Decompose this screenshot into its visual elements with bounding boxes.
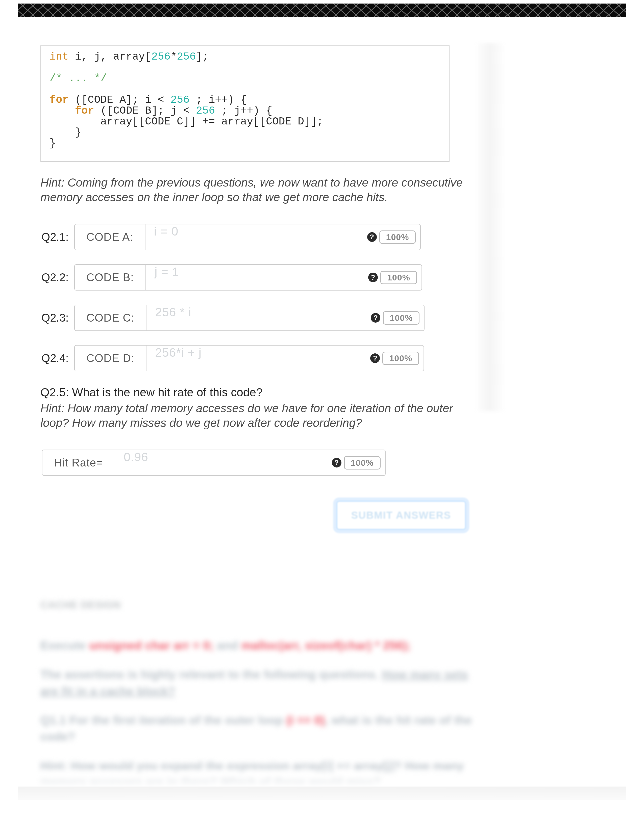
code-outer-close: ; i++) {	[190, 94, 247, 106]
code-star: *	[171, 51, 177, 63]
q22-input[interactable]: j = 1	[146, 265, 364, 290]
code-decl: i, j, array[	[69, 51, 151, 63]
q25-score: 100%	[344, 456, 381, 470]
q23-field: CODE C: 256 * i ? 100%	[74, 305, 425, 331]
q25-hint: Hint: How many total memory accesses do …	[40, 401, 475, 430]
q25-field: Hit Rate= 0.96 ? 100%	[42, 450, 386, 476]
q22-right: ? 100%	[364, 265, 422, 290]
svg-rect-123	[18, 786, 626, 800]
q22-field: CODE B: j = 1 ? 100%	[74, 264, 422, 291]
q24-score: 100%	[382, 352, 419, 365]
q25-row: Hit Rate= 0.96 ? 100%	[40, 450, 475, 476]
preview-line-4: Hint: How would you expand the expressio…	[40, 758, 475, 791]
q25-question: Q2.5: What is the new hit rate of this c…	[40, 386, 475, 399]
q24-field: CODE D: 256*i + j ? 100%	[74, 345, 424, 371]
help-icon[interactable]: ?	[367, 232, 377, 242]
code-for-outer: for	[50, 94, 69, 106]
hint-label: Hint:	[40, 176, 64, 189]
redaction-bar-bottom	[18, 786, 626, 800]
q21-input[interactable]: i = 0	[145, 224, 363, 250]
code-inner-close: ; j++) {	[215, 105, 272, 117]
code-num-256c: 256	[171, 94, 190, 106]
hint-text: Coming from the previous questions, we n…	[40, 176, 463, 204]
q25-input[interactable]: 0.96	[115, 450, 327, 475]
q25-right: ? 100%	[327, 450, 385, 475]
code-for-inner: for	[75, 105, 94, 117]
q25-hint-label: Hint:	[40, 402, 64, 415]
q22-score: 100%	[380, 271, 417, 284]
worksheet-content: int i, j, array[256*256]; /* ... */ for …	[40, 45, 475, 833]
preview-line-3: Q1.1 For the first iteration of the oute…	[40, 712, 475, 745]
submit-row: SUBMIT ANSWERS	[40, 501, 475, 529]
preview-line-1: Execute unsigned char arr = 0; and mallo…	[40, 637, 475, 654]
submit-button[interactable]: SUBMIT ANSWERS	[336, 501, 466, 529]
q24-tag: Q2.4:	[42, 345, 74, 371]
q23-input[interactable]: 256 * i	[147, 305, 366, 330]
q21-field: CODE A: i = 0 ? 100%	[74, 224, 421, 250]
preview-line-5: Hit Rate= 0.67	[40, 803, 475, 820]
code-num-256d: 256	[196, 105, 215, 117]
help-icon[interactable]: ?	[332, 458, 341, 468]
preview-heading: CACHE DESIGN	[40, 598, 475, 612]
q23-right: ? 100%	[366, 305, 424, 330]
q25-label: Hit Rate=	[42, 450, 115, 475]
q21-label: CODE A:	[75, 224, 145, 250]
code-comment: /* ... */	[50, 72, 107, 85]
code-brace-inner: }	[50, 127, 81, 138]
q24-label: CODE D:	[75, 346, 147, 371]
hint-paragraph-1: Hint: Coming from the previous questions…	[40, 175, 475, 205]
q25-block: Q2.5: What is the new hit rate of this c…	[40, 386, 475, 476]
redaction-bar-top	[18, 3, 626, 17]
help-icon[interactable]: ?	[368, 273, 378, 282]
q23-label: CODE C:	[75, 305, 147, 330]
q21-row: Q2.1: CODE A: i = 0 ? 100%	[40, 224, 475, 250]
q23-row: Q2.3: CODE C: 256 * i ? 100%	[40, 305, 475, 331]
q25-hint-text: How many total memory accesses do we hav…	[40, 402, 453, 429]
code-brace-outer: }	[50, 137, 56, 150]
code-body: array[[CODE C]] += array[[CODE D]];	[50, 116, 323, 128]
code-outer-open: ([CODE A]; i <	[69, 94, 171, 106]
code-num-256a: 256	[151, 51, 171, 63]
preview-line-2: The assertions is highly relevant to the…	[40, 666, 475, 700]
q22-tag: Q2.2:	[42, 264, 74, 291]
q23-tag: Q2.3:	[42, 305, 74, 331]
code-decl-close: ];	[196, 51, 209, 63]
help-icon[interactable]: ?	[371, 313, 380, 323]
q23-score: 100%	[383, 311, 420, 325]
code-snippet: int i, j, array[256*256]; /* ... */ for …	[40, 45, 449, 162]
code-num-256b: 256	[177, 51, 196, 63]
q21-score: 100%	[379, 230, 416, 244]
help-icon[interactable]: ?	[370, 354, 380, 363]
question-fields: Q2.1: CODE A: i = 0 ? 100% Q2.2: CODE B:…	[40, 224, 475, 371]
q24-input[interactable]: 256*i + j	[147, 346, 366, 371]
q22-label: CODE B:	[75, 265, 146, 290]
code-inner-open: ([CODE B]; j <	[94, 105, 196, 117]
q21-tag: Q2.1:	[42, 224, 74, 250]
q24-right: ? 100%	[366, 346, 423, 371]
q21-right: ? 100%	[363, 224, 420, 250]
q24-row: Q2.4: CODE D: 256*i + j ? 100%	[40, 345, 475, 371]
content-right-shadow	[475, 43, 505, 412]
code-kw-int: int	[50, 51, 69, 63]
q22-row: Q2.2: CODE B: j = 1 ? 100%	[40, 264, 475, 291]
